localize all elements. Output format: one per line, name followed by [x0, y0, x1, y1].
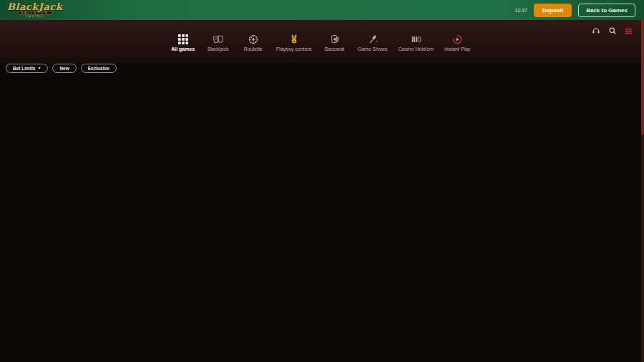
new-filter[interactable]: New: [52, 64, 76, 73]
tab-label: Roulette: [244, 47, 263, 52]
instant-play-icon: [452, 34, 462, 44]
game-grid: [2, 77, 638, 362]
logo-casino-text: CASINO: [7, 16, 62, 19]
bunny-icon: [289, 34, 299, 44]
tab-label: Playboy content: [276, 47, 312, 52]
category-tabs: All games A Blackjack Roulette Playboy c…: [0, 34, 641, 52]
top-header: BlackJack BALLROOM CASINO 12:37 Deposit …: [0, 0, 644, 20]
menu-icon[interactable]: [625, 27, 633, 35]
tab-label: Game Shows: [358, 47, 388, 52]
clock: 12:37: [514, 8, 527, 13]
exclusive-filter[interactable]: Exclusive: [81, 64, 117, 73]
tab-instant-play[interactable]: Instant Play: [444, 34, 471, 52]
tab-casino-holdem[interactable]: Casino Hold'em: [399, 34, 434, 52]
new-filter-label: New: [59, 66, 69, 71]
cards-icon: A: [213, 34, 224, 44]
tab-game-shows[interactable]: Game Shows: [358, 34, 388, 52]
tab-all-games[interactable]: All games: [171, 34, 195, 52]
tab-baccarat[interactable]: Baccarat: [323, 34, 347, 52]
tab-playboy-content[interactable]: Playboy content: [276, 34, 312, 52]
tab-label: Casino Hold'em: [399, 47, 434, 52]
tab-label: All games: [171, 47, 195, 52]
chip-stack-icon: [411, 34, 421, 44]
back-to-games-button[interactable]: Back to Games: [578, 4, 635, 17]
svg-text:A: A: [215, 37, 218, 41]
bet-limits-filter[interactable]: Bet Limits ▼: [6, 64, 48, 73]
card-diamond-icon: [330, 34, 340, 44]
filter-bar: Bet Limits ▼ New Exclusive: [6, 64, 117, 73]
chevron-down-icon: ▼: [37, 67, 41, 70]
tab-roulette[interactable]: Roulette: [241, 34, 265, 52]
category-nav: All games A Blackjack Roulette Playboy c…: [0, 20, 641, 63]
tab-label: Blackjack: [208, 47, 229, 52]
tab-blackjack[interactable]: A Blackjack: [206, 34, 230, 52]
scrollbar-thumb[interactable]: [641, 20, 644, 134]
logo-script-text: BlackJack: [7, 2, 62, 11]
exclusive-filter-label: Exclusive: [88, 66, 109, 71]
site-logo[interactable]: BlackJack BALLROOM CASINO: [7, 2, 62, 19]
bet-limits-label: Bet Limits: [13, 66, 35, 71]
tab-label: Instant Play: [444, 47, 471, 52]
microphone-icon: [368, 34, 378, 44]
roulette-wheel-icon: [248, 34, 258, 44]
grid-icon: [178, 34, 188, 44]
deposit-button[interactable]: Deposit: [534, 4, 572, 17]
logo-banner-text: BALLROOM: [18, 11, 52, 15]
tab-label: Baccarat: [325, 47, 345, 52]
